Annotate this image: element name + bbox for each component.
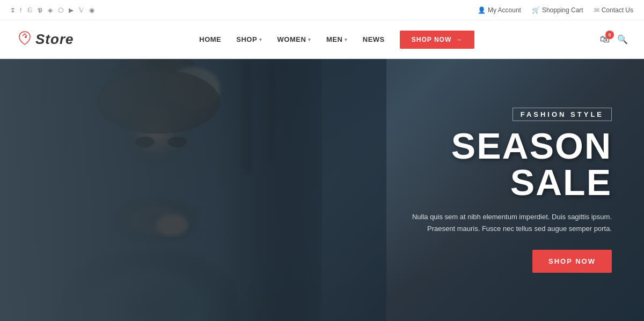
- cart-top-icon: 🛒: [532, 6, 540, 14]
- chevron-down-icon: ▾: [308, 37, 311, 42]
- hero-content: FASHION STYLE SEASON SALE Nulla quis sem…: [376, 107, 612, 272]
- envelope-icon: ✉: [594, 6, 599, 14]
- nav-men-label: MEN: [326, 35, 342, 43]
- youtube-icon[interactable]: ▶: [69, 6, 74, 14]
- nav-news[interactable]: NEWS: [363, 35, 385, 43]
- my-account-label: My Account: [488, 6, 521, 14]
- shop-now-header-button[interactable]: SHOP NOW →: [400, 31, 474, 49]
- my-account-link[interactable]: 👤 My Account: [478, 6, 521, 14]
- chevron-down-icon: ▾: [345, 37, 348, 42]
- arrow-right-icon: →: [456, 36, 463, 43]
- account-icon: 👤: [478, 6, 486, 14]
- nav-shop[interactable]: SHOP ▾: [236, 35, 262, 43]
- hero-overlay: [0, 59, 386, 321]
- cart-badge: 0: [605, 31, 614, 39]
- nav-men[interactable]: MEN ▾: [326, 35, 348, 43]
- nav-home[interactable]: HOME: [199, 35, 221, 43]
- nav-news-label: NEWS: [363, 35, 385, 43]
- facebook-icon[interactable]: 𝔣: [20, 6, 22, 14]
- nav-home-label: HOME: [199, 35, 221, 43]
- logo[interactable]: Store: [16, 29, 74, 49]
- google-plus-icon[interactable]: 𝔾: [27, 6, 32, 14]
- chevron-down-icon: ▾: [259, 37, 262, 42]
- hero-figure: [0, 59, 386, 321]
- shop-now-header-label: SHOP NOW: [412, 36, 451, 43]
- hero-description: Nulla quis sem at nibh elementum imperdi…: [376, 211, 612, 234]
- logo-text: Store: [35, 31, 74, 48]
- camera-icon[interactable]: ⬡: [58, 6, 63, 14]
- social-icons-group: 𝕿 𝔣 𝔾 𝕻 ◈ ⬡ ▶ 𝕍 ◉: [11, 6, 94, 14]
- pinterest-icon[interactable]: 𝕻: [38, 6, 42, 14]
- hero-title: SEASON SALE: [376, 127, 612, 200]
- header: Store HOME SHOP ▾ WOMEN ▾ MEN ▾ NEWS SHO…: [0, 20, 644, 59]
- cart-button[interactable]: 🛍 0: [600, 34, 610, 45]
- hero-desc-line2: Praesent mauris. Fusce nec tellus sed au…: [427, 225, 612, 233]
- twitter-icon[interactable]: 𝕿: [11, 6, 14, 14]
- top-links-group: 👤 My Account 🛒 Shopping Cart ✉ Contact U…: [478, 6, 633, 14]
- hero-shop-now-button[interactable]: SHOP NOW: [532, 250, 612, 273]
- hero-subtitle: FASHION STYLE: [513, 107, 612, 121]
- nav-shop-label: SHOP: [236, 35, 257, 43]
- svg-point-0: [25, 36, 27, 38]
- shopping-cart-link[interactable]: 🛒 Shopping Cart: [532, 6, 583, 14]
- hero-section: FASHION STYLE SEASON SALE Nulla quis sem…: [0, 59, 644, 321]
- nav-actions: 🛍 0 🔍: [600, 34, 628, 45]
- nav-women-label: WOMEN: [277, 35, 306, 43]
- search-icon[interactable]: 🔍: [617, 34, 628, 44]
- main-nav: HOME SHOP ▾ WOMEN ▾ MEN ▾ NEWS SHOP NOW …: [199, 31, 474, 49]
- hero-shop-now-label: SHOP NOW: [548, 257, 596, 265]
- nav-women[interactable]: WOMEN ▾: [277, 35, 311, 43]
- vimeo-icon[interactable]: 𝕍: [79, 6, 84, 14]
- instagram-icon[interactable]: ◈: [48, 6, 53, 14]
- contact-us-link[interactable]: ✉ Contact Us: [594, 6, 633, 14]
- shopping-cart-label: Shopping Cart: [542, 6, 583, 14]
- rss-icon[interactable]: ◉: [89, 6, 94, 14]
- top-bar: 𝕿 𝔣 𝔾 𝕻 ◈ ⬡ ▶ 𝕍 ◉ 👤 My Account 🛒 Shoppin…: [0, 0, 644, 20]
- hero-desc-line1: Nulla quis sem at nibh elementum imperdi…: [412, 212, 612, 220]
- contact-us-label: Contact Us: [602, 6, 633, 14]
- logo-icon: [16, 29, 33, 49]
